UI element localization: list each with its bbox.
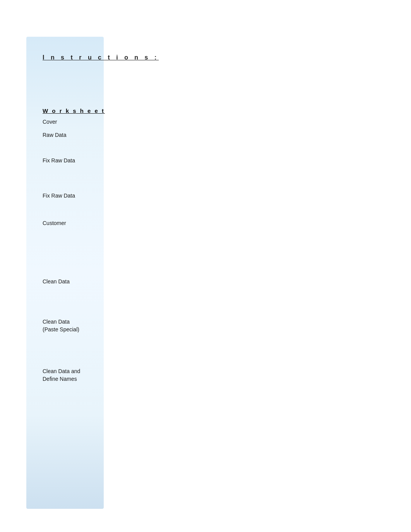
list-item-raw-data[interactable]: Raw Data xyxy=(43,131,66,139)
instructions-header: I n s t r u c t i o n s : xyxy=(43,54,159,61)
list-item-clean-data-paste[interactable]: Clean Data (Paste Special) xyxy=(43,318,79,333)
list-item-fix-raw-data-2[interactable]: Fix Raw Data xyxy=(43,192,75,200)
list-item-fix-raw-data-1[interactable]: Fix Raw Data xyxy=(43,157,75,165)
list-item-clean-data-define[interactable]: Clean Data and Define Names xyxy=(43,368,80,383)
page-container: I n s t r u c t i o n s : W o r k s h e … xyxy=(0,0,411,532)
list-item-cover[interactable]: Cover xyxy=(43,118,57,126)
list-item-clean-data[interactable]: Clean Data xyxy=(43,278,70,286)
list-item-customer[interactable]: Customer xyxy=(43,220,66,227)
worksheet-section-label: W o r k s h e e t xyxy=(43,107,105,114)
